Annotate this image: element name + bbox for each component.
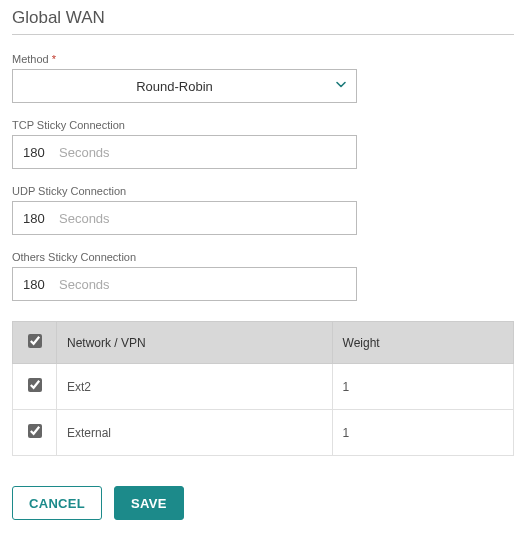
- others-sticky-field: Others Sticky Connection Seconds: [12, 251, 514, 301]
- others-sticky-input-wrap[interactable]: Seconds: [12, 267, 357, 301]
- tcp-sticky-unit: Seconds: [59, 145, 110, 160]
- method-select-value: Round-Robin: [136, 79, 213, 94]
- row-weight: 1: [332, 410, 513, 456]
- others-sticky-input[interactable]: [23, 277, 53, 292]
- required-star-icon: *: [52, 53, 56, 65]
- tcp-sticky-field: TCP Sticky Connection Seconds: [12, 119, 514, 169]
- header-weight: Weight: [332, 322, 513, 364]
- cancel-button[interactable]: CANCEL: [12, 486, 102, 520]
- row-network: External: [57, 410, 333, 456]
- tcp-sticky-input-wrap[interactable]: Seconds: [12, 135, 357, 169]
- udp-sticky-unit: Seconds: [59, 211, 110, 226]
- header-network: Network / VPN: [57, 322, 333, 364]
- method-select[interactable]: Round-Robin: [12, 69, 357, 103]
- udp-sticky-input-wrap[interactable]: Seconds: [12, 201, 357, 235]
- row-network: Ext2: [57, 364, 333, 410]
- method-label: Method *: [12, 53, 514, 65]
- udp-sticky-field: UDP Sticky Connection Seconds: [12, 185, 514, 235]
- row-checkbox-cell: [13, 364, 57, 410]
- row-checkbox-cell: [13, 410, 57, 456]
- udp-sticky-label: UDP Sticky Connection: [12, 185, 514, 197]
- method-label-text: Method: [12, 53, 49, 65]
- page-title: Global WAN: [12, 8, 514, 35]
- table-header-row: Network / VPN Weight: [13, 322, 514, 364]
- header-checkbox-cell: [13, 322, 57, 364]
- button-row: CANCEL SAVE: [12, 486, 514, 520]
- row-weight: 1: [332, 364, 513, 410]
- others-sticky-label: Others Sticky Connection: [12, 251, 514, 263]
- save-button[interactable]: SAVE: [114, 486, 184, 520]
- method-select-wrap: Round-Robin: [12, 69, 357, 103]
- row-checkbox[interactable]: [28, 378, 42, 392]
- row-checkbox[interactable]: [28, 424, 42, 438]
- tcp-sticky-input[interactable]: [23, 145, 53, 160]
- tcp-sticky-label: TCP Sticky Connection: [12, 119, 514, 131]
- udp-sticky-input[interactable]: [23, 211, 53, 226]
- network-table: Network / VPN Weight Ext2 1 External 1: [12, 321, 514, 456]
- method-field: Method * Round-Robin: [12, 53, 514, 103]
- others-sticky-unit: Seconds: [59, 277, 110, 292]
- table-row: Ext2 1: [13, 364, 514, 410]
- table-row: External 1: [13, 410, 514, 456]
- select-all-checkbox[interactable]: [28, 334, 42, 348]
